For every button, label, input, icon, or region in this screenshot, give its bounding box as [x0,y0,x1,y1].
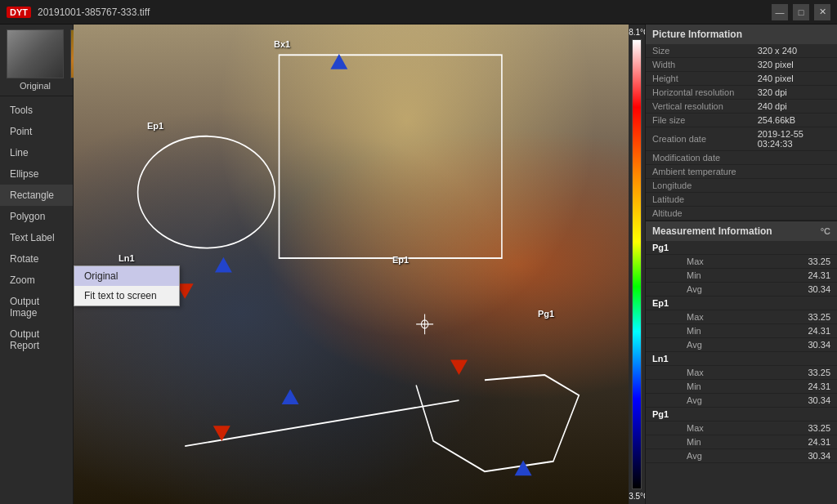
info-key: File size [646,114,751,127]
info-key: Vertical resolution [646,100,751,114]
meas-stat-label: Min [670,435,759,449]
info-row: Size320 x 240 [646,44,837,58]
meas-stat-value: 30.34 [759,394,837,408]
maximize-button[interactable]: □ [793,4,809,20]
meas-stat-value: 24.31 [759,269,837,283]
info-value: 240 dpi [751,100,837,114]
meas-stat-row: Max33.25 [646,310,837,324]
color-bar-container: 48.1°C 23.5°C [629,25,645,504]
meas-stat-spacer [646,421,670,435]
ep1-ellipse [138,136,275,248]
info-value: 320 pixel [751,58,837,72]
meas-stat-row: Max33.25 [646,421,837,435]
tool-polygon[interactable]: Polygon [0,206,73,227]
tool-zoom[interactable]: Zoom [0,270,73,291]
right-panel: Picture Information Size320 x 240Width32… [645,25,837,504]
original-thumb-image [7,29,64,78]
window-title: 20191001-385767-333.tiff [38,7,150,18]
meas-stat-value: 33.25 [759,255,837,269]
info-key: Width [646,58,751,72]
tool-ellipse[interactable]: Ellipse [0,163,73,185]
meas-stat-spacer [646,366,670,380]
tool-line[interactable]: Line [0,142,73,163]
marker-blue-1 [215,257,232,273]
context-menu-item-original[interactable]: Original [74,266,179,286]
meas-region-row: Ep1 [646,297,837,310]
measurement-body[interactable]: Pg1Max33.25Min24.31Avg30.34Ep1Max33.25Mi… [646,241,837,504]
info-key: Creation date [646,127,751,151]
minimize-button[interactable]: — [772,4,788,20]
info-row: Longitude [646,179,837,193]
tool-rotate[interactable]: Rotate [0,248,73,270]
context-menu: Original Fit text to screen [74,265,180,306]
meas-region-row: Ln1 [646,352,837,366]
info-key: Size [646,44,751,58]
meas-stat-label: Min [670,269,759,283]
info-row: Ambient temperature [646,165,837,179]
info-value [751,165,837,179]
meas-stat-value: 33.25 [759,421,837,435]
info-row: Modification date [646,151,837,165]
meas-stat-value: 30.34 [759,449,837,463]
title-bar-left: DYT 20191001-385767-333.tiff [7,7,150,18]
meas-stat-spacer [646,380,670,394]
meas-stat-value: 30.34 [759,283,837,297]
meas-stat-spacer [646,338,670,352]
tool-text-label[interactable]: Text Label [0,227,73,248]
meas-stat-label: Min [670,324,759,338]
meas-stat-value: 33.25 [759,310,837,324]
info-value: 2019-12-55 03:24:33 [751,127,837,151]
info-row: Horizontal resolution320 dpi [646,86,837,100]
meas-stat-value: 24.31 [759,380,837,394]
measurement-section: Measurement Information °C Pg1Max33.25Mi… [646,221,837,504]
info-value [751,179,837,193]
picture-info-table: Size320 x 240Width320 pixelHeight240 pix… [646,44,837,221]
meas-region-name: Ln1 [646,352,837,366]
info-value [751,151,837,165]
meas-stat-label: Max [670,421,759,435]
tool-output-image[interactable]: Output Image [0,291,73,323]
meas-stat-spacer [646,283,670,297]
close-button[interactable]: ✕ [814,4,830,20]
left-toolbar: Original Visible Thermal Tools Point Lin… [0,25,74,504]
window-controls: — □ ✕ [772,4,830,20]
meas-stat-row: Avg30.34 [646,449,837,463]
info-value: 320 dpi [751,86,837,100]
meas-stat-spacer [646,324,670,338]
annotation-svg [74,25,629,504]
meas-region-row: Pg1 [646,408,837,421]
tool-point[interactable]: Point [0,121,73,142]
meas-stat-value: 24.31 [759,435,837,449]
tool-list: Tools Point Line Ellipse Rectangle Polyg… [0,96,73,356]
meas-stat-row: Min24.31 [646,435,837,449]
meas-stat-label: Max [670,310,759,324]
thumbnail-original[interactable]: Original [7,29,64,91]
meas-stat-row: Max33.25 [646,255,837,269]
meas-stat-value: 24.31 [759,324,837,338]
info-value: 240 pixel [751,72,837,86]
info-key: Ambient temperature [646,165,751,179]
meas-stat-row: Min24.31 [646,269,837,283]
meas-stat-row: Min24.31 [646,380,837,394]
meas-region-row: Pg1 [646,241,837,255]
meas-stat-label: Avg [670,449,759,463]
info-row: File size254.66kB [646,114,837,127]
meas-stat-value: 30.34 [759,338,837,352]
info-row: Creation date2019-12-55 03:24:33 [646,127,837,151]
meas-region-name: Ep1 [646,297,837,310]
image-area[interactable]: Bx1 Ep1 Ln1 Ep1 Pg1 [74,25,629,504]
tool-output-report[interactable]: Output Report [0,323,73,356]
meas-stat-row: Avg30.34 [646,394,837,408]
picture-info-header: Picture Information [646,25,837,44]
tool-rectangle[interactable]: Rectangle [0,185,73,206]
bx1-rect [279,55,501,258]
context-menu-item-fit[interactable]: Fit text to screen [74,286,179,306]
info-row: Width320 pixel [646,58,837,72]
ln1-line [185,400,459,446]
info-row: Latitude [646,193,837,207]
meas-stat-label: Max [670,255,759,269]
tool-tools[interactable]: Tools [0,100,73,121]
original-label: Original [20,81,51,91]
info-key: Horizontal resolution [646,86,751,100]
info-value [751,207,837,221]
